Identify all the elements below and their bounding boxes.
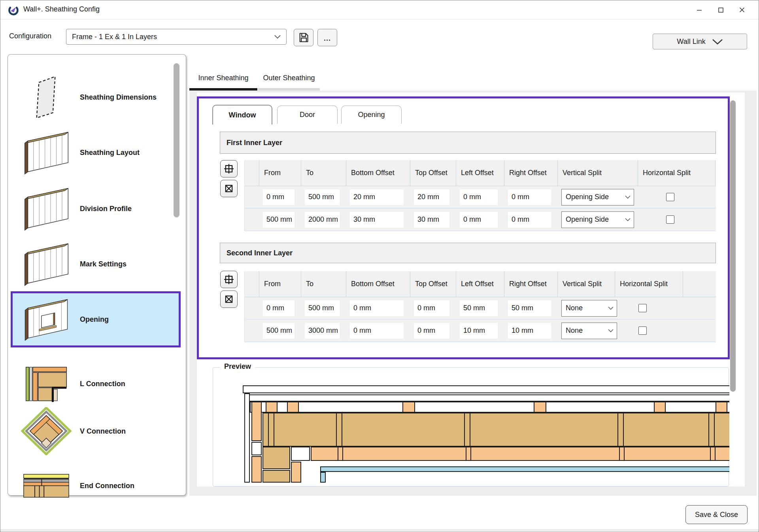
top-offset-input[interactable] [414, 212, 449, 228]
first-inner-layer-header: First Inner Layer [220, 132, 716, 154]
first-inner-layer-table: From To Bottom Offset Top Offset Left Of… [244, 160, 716, 231]
delete-row-button[interactable] [220, 180, 238, 197]
save-and-close-button[interactable]: Save & Close [685, 505, 748, 524]
more-options-button[interactable]: ... [317, 29, 337, 46]
bottom-offset-input[interactable] [350, 212, 404, 228]
app-window: Wall+. Sheathing Config Configuration Fr… [0, 0, 759, 532]
horizontal-split-checkbox[interactable] [638, 304, 647, 312]
sidebar-item-label: V Connection [80, 427, 126, 436]
column-header: To [301, 160, 346, 186]
tab-door[interactable]: Door [277, 106, 338, 124]
from-input[interactable] [263, 323, 295, 339]
left-offset-input[interactable] [460, 212, 498, 228]
table-header: From To Bottom Offset Top Offset Left Of… [245, 160, 716, 186]
right-offset-input[interactable] [508, 189, 551, 205]
mark-settings-icon [22, 242, 71, 286]
right-offset-input[interactable] [508, 300, 551, 316]
right-offset-input[interactable] [508, 323, 551, 339]
horizontal-split-checkbox[interactable] [638, 326, 647, 335]
save-configuration-button[interactable] [294, 29, 313, 46]
second-inner-layer-table: From To Bottom Offset Top Offset Left Of… [244, 271, 716, 342]
sidebar-item-label: L Connection [80, 380, 125, 388]
bottom-offset-input[interactable] [350, 323, 404, 339]
l-connection-icon [25, 366, 68, 402]
right-offset-input[interactable] [508, 212, 551, 228]
tab-page: Window Door Opening First Inner Layer [197, 92, 745, 487]
close-button[interactable] [733, 3, 751, 17]
top-offset-input[interactable] [414, 189, 449, 205]
opening-settings-panel: Window Door Opening First Inner Layer [197, 96, 730, 359]
column-header: From [259, 160, 301, 186]
table-header: From To Bottom Offset Top Offset Left Of… [245, 271, 716, 297]
vertical-split-select[interactable]: None [561, 323, 617, 339]
column-header: To [301, 271, 346, 297]
wall-link-button[interactable]: Wall Link [653, 34, 747, 49]
column-header: Vertical Split [558, 271, 615, 297]
to-input[interactable] [305, 189, 340, 205]
second-inner-layer-header: Second Inner Layer [220, 243, 716, 263]
bottom-offset-input[interactable] [350, 189, 404, 205]
to-input[interactable] [305, 300, 340, 316]
tab-outer-sheathing[interactable]: Outer Sheathing [258, 68, 320, 91]
minimize-button[interactable] [691, 3, 708, 17]
horizontal-split-checkbox[interactable] [666, 215, 674, 224]
configuration-select[interactable]: Frame - 1 Ex & 1 In Layers [66, 29, 287, 45]
top-offset-input[interactable] [414, 323, 449, 339]
vertical-split-select[interactable]: Opening Side [561, 189, 634, 206]
vertical-split-select[interactable]: None [561, 300, 617, 317]
column-header: Right Offset [504, 160, 558, 186]
maximize-button[interactable] [712, 3, 729, 17]
tab-content-frame: Window Door Opening First Inner Layer [189, 91, 757, 496]
delete-row-button[interactable] [220, 291, 238, 308]
left-offset-input[interactable] [460, 189, 498, 205]
sidebar-item-mark-settings[interactable]: Mark Settings [13, 236, 179, 292]
content-scrollbar[interactable] [730, 100, 736, 392]
window-title: Wall+. Sheathing Config [23, 5, 100, 13]
chevron-down-icon [625, 195, 631, 199]
sidebar-item-division-profile[interactable]: Division Profile [13, 181, 179, 236]
sheathing-dimensions-icon [35, 74, 57, 120]
left-offset-input[interactable] [460, 323, 498, 339]
sidebar-item-l-connection[interactable]: L Connection [13, 356, 179, 411]
column-header: Horizontal Split [615, 271, 683, 297]
configuration-value: Frame - 1 Ex & 1 In Layers [72, 33, 157, 41]
bottom-offset-input[interactable] [350, 300, 404, 316]
vertical-split-select[interactable]: Opening Side [561, 211, 634, 228]
plus-icon [224, 274, 234, 285]
chevron-down-icon [608, 329, 614, 332]
tab-opening[interactable]: Opening [341, 106, 402, 124]
preview-groupbox: Preview [213, 367, 729, 487]
window-bottom-border [0, 530, 759, 530]
from-input[interactable] [263, 212, 295, 228]
configuration-label: Configuration [9, 32, 51, 40]
sidebar-item-v-connection[interactable]: V Connection [13, 404, 179, 459]
sidebar-item-opening[interactable]: Opening [11, 291, 181, 347]
sidebar-item-end-connection[interactable]: End Connection [13, 458, 179, 513]
add-row-button[interactable] [220, 271, 238, 288]
preview-label: Preview [220, 362, 255, 371]
left-offset-input[interactable] [460, 300, 498, 316]
horizontal-split-checkbox[interactable] [666, 193, 674, 201]
from-input[interactable] [263, 189, 295, 205]
sheathing-layout-icon [22, 130, 71, 175]
top-offset-input[interactable] [414, 300, 449, 316]
column-header: Vertical Split [558, 160, 638, 186]
tab-window[interactable]: Window [212, 105, 272, 125]
add-row-button[interactable] [220, 160, 238, 177]
save-icon [298, 32, 309, 43]
column-header: Right Offset [504, 271, 558, 297]
sidebar-item-sheathing-layout[interactable]: Sheathing Layout [13, 125, 179, 180]
column-header: Left Offset [456, 271, 504, 297]
tab-inner-sheathing[interactable]: Inner Sheathing [189, 68, 257, 91]
to-input[interactable] [305, 323, 340, 339]
end-connection-icon [23, 474, 70, 498]
sidebar-item-label: Mark Settings [80, 260, 126, 268]
sidebar-item-label: Sheathing Dimensions [80, 93, 157, 102]
sidebar: Sheathing Dimensions Sheathing Layout [8, 54, 186, 496]
table-row: None [245, 320, 716, 342]
sidebar-item-label: Division Profile [80, 205, 132, 213]
division-profile-icon [22, 187, 71, 231]
sidebar-item-sheathing-dimensions[interactable]: Sheathing Dimensions [13, 70, 179, 125]
from-input[interactable] [263, 300, 295, 316]
to-input[interactable] [305, 212, 340, 228]
